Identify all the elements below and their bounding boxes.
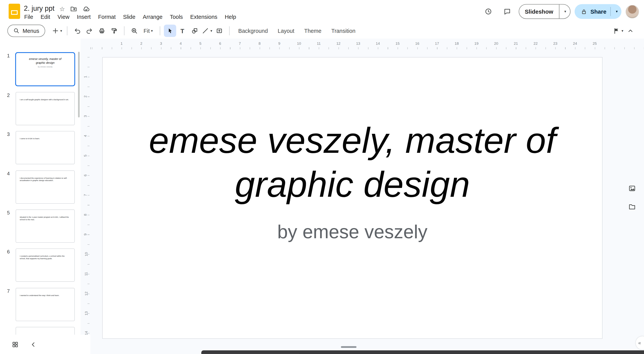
slide-thumbnail-5[interactable]: situated in the 1-year master program at… (16, 209, 75, 243)
folder-panel-button[interactable] (626, 200, 638, 213)
ruler-number: 2 (140, 42, 142, 46)
menu-item-file[interactable]: File (20, 13, 37, 21)
ruler-number: 9 (278, 42, 280, 46)
menu-item-help[interactable]: Help (221, 13, 240, 21)
slide-row-2: 2 i am a self-taught graphic designer wi… (0, 92, 80, 126)
folder-icon (628, 203, 636, 211)
slide-thumbnail-7[interactable]: i wanted to understand the way i think a… (16, 288, 75, 321)
document-title[interactable]: 2. jury ppt (24, 5, 54, 13)
menus-search-button[interactable]: Menus (8, 25, 45, 37)
print-button[interactable] (96, 25, 108, 37)
comment-icon[interactable] (500, 4, 514, 19)
ruler-number: 10 (297, 42, 301, 46)
share-button[interactable]: Share ▾ (574, 4, 621, 19)
ruler-number: 23 (553, 42, 557, 46)
layout-button[interactable]: Layout (273, 25, 299, 37)
filmstrip-scrollbar[interactable] (78, 52, 80, 118)
collapse-filmstrip-button[interactable] (27, 338, 39, 350)
menu-item-extensions[interactable]: Extensions (186, 13, 221, 21)
insert-placeholder-button[interactable] (213, 25, 226, 37)
zoom-select[interactable]: Fit ▾ (140, 28, 156, 34)
ruler-number: 12 (84, 292, 88, 296)
slide-title-text[interactable]: emese veszely, master of graphic design (118, 118, 588, 206)
slide-thumbnail-2[interactable]: i am a self-taught graphic designer with… (16, 92, 75, 125)
slide-row-7: 7 i wanted to understand the way i think… (0, 288, 80, 322)
version-history-icon[interactable] (481, 4, 496, 19)
move-folder-icon[interactable] (70, 5, 77, 13)
background-button[interactable]: Background (233, 25, 273, 37)
image-panel-button[interactable] (626, 182, 638, 195)
slide-canvas[interactable]: emese veszely, master of graphic design … (102, 57, 602, 339)
redo-icon (86, 27, 93, 35)
select-tool-button[interactable] (164, 25, 176, 37)
slide-thumbnail-partial[interactable] (16, 327, 75, 335)
ruler-number: 25 (592, 42, 596, 46)
slide-filmstrip: 1 emese veszely, master of graphic desig… (0, 39, 80, 334)
menu-item-view[interactable]: View (54, 13, 73, 21)
slides-logo-icon[interactable] (9, 4, 20, 19)
menu-item-arrange[interactable]: Arrange (139, 13, 166, 21)
chevron-down-icon: ▾ (616, 10, 618, 13)
ruler-number: 10 (84, 252, 88, 256)
ruler-number: 21 (514, 42, 518, 46)
redo-button[interactable] (83, 25, 95, 37)
cursor-icon (166, 27, 174, 35)
top-right-actions: Slideshow ▾ Share ▾ (481, 3, 639, 20)
ruler-number: 18 (454, 42, 459, 46)
image-icon (628, 184, 636, 193)
chevron-down-icon: ▾ (210, 29, 212, 33)
pointer-options-button[interactable]: ▾ (612, 25, 624, 37)
star-icon[interactable]: ☆ (60, 6, 65, 12)
menu-item-tools[interactable]: Tools (166, 13, 186, 21)
slide-row-3: 3 i came to KASK to learn. (0, 131, 80, 165)
slideshow-dropdown[interactable]: ▾ (559, 10, 570, 13)
chevron-left-icon (30, 340, 37, 348)
slideshow-button[interactable]: Slideshow ▾ (519, 4, 570, 19)
share-dropdown[interactable]: ▾ (611, 10, 622, 13)
share-main[interactable]: Share (574, 8, 610, 15)
slide-thumbnail-1[interactable]: emese veszely, master of graphic design … (15, 52, 75, 86)
slide-number: 2 (7, 92, 10, 98)
top-bar: 2. jury ppt ☆ File Edit View Insert Form… (0, 0, 644, 23)
zoom-button[interactable] (128, 25, 140, 37)
slide-row-6: 6 i curated a personalised curriculum, a… (0, 248, 80, 283)
slide-thumbnail-3[interactable]: i came to KASK to learn. (16, 131, 75, 164)
grid-view-button[interactable] (9, 338, 21, 350)
transition-button[interactable]: Transition (326, 25, 360, 37)
new-slide-button[interactable]: ▾ (51, 25, 63, 37)
collapse-toolbar-button[interactable] (624, 25, 636, 37)
horizontal-scroll-indicator[interactable] (341, 346, 356, 348)
text-box-button[interactable]: T (176, 25, 188, 37)
menu-item-insert[interactable]: Insert (73, 13, 94, 21)
slide-thumbnail-6[interactable]: i curated a personalised curriculum, a s… (16, 248, 75, 282)
slides-logo-inner (11, 10, 18, 15)
zoom-icon (130, 27, 138, 35)
expand-side-panel-button[interactable]: « (636, 336, 644, 349)
line-tool-button[interactable]: ▾ (201, 25, 213, 37)
bottom-left-bar (0, 334, 90, 354)
undo-button[interactable] (71, 25, 83, 37)
thumb-title: emese veszely, master of graphic design (26, 57, 64, 64)
slide-thumbnail-4[interactable]: i documented the experience of learning … (16, 170, 75, 204)
theme-button[interactable]: Theme (299, 25, 326, 37)
cloud-status-icon[interactable] (82, 5, 90, 13)
paint-format-button[interactable] (108, 25, 120, 37)
menu-item-edit[interactable]: Edit (37, 13, 54, 21)
ruler-number: 20 (494, 42, 498, 46)
ruler-number: 15 (396, 42, 400, 46)
shapes-button[interactable] (189, 25, 201, 37)
laser-pointer-icon (613, 27, 620, 35)
toolbar-separator (160, 26, 160, 35)
ruler-number: 8 (83, 214, 87, 216)
menu-item-slide[interactable]: Slide (119, 13, 139, 21)
ruler-number: 22 (534, 42, 538, 46)
ruler-number: 13 (356, 42, 360, 46)
slide-subtitle-text[interactable]: by emese veszely (103, 221, 602, 242)
chevron-down-icon: ▾ (622, 29, 624, 33)
thumb-body: i curated a personalised curriculum, a s… (20, 255, 70, 259)
account-avatar[interactable] (626, 5, 639, 19)
ruler-number: 14 (84, 331, 88, 335)
menu-item-format[interactable]: Format (94, 13, 119, 21)
toolbar: Menus ▾ Fit ▾ T (0, 23, 644, 39)
slide-number: 6 (7, 249, 10, 255)
